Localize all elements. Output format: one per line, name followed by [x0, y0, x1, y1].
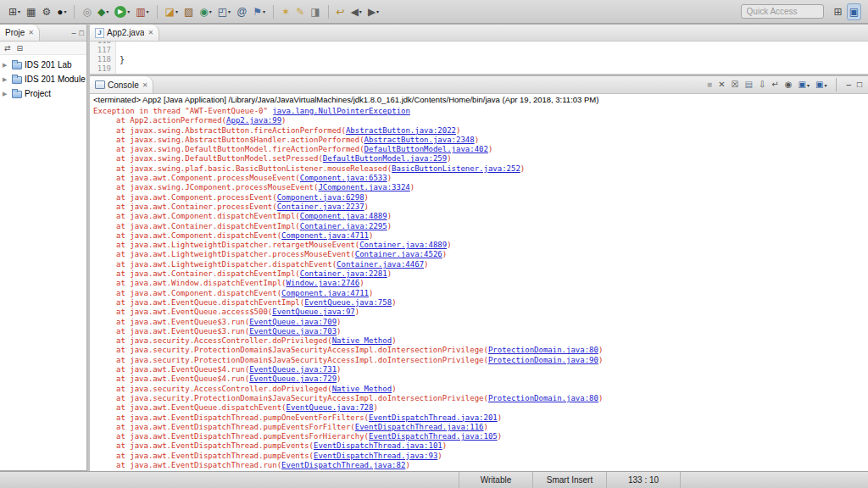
run-icon[interactable]: ▶▾	[113, 3, 131, 20]
stack-frame-link[interactable]: Component.java:4889	[300, 212, 387, 220]
stack-frame-link[interactable]: Component.java:6533	[300, 174, 387, 182]
stack-frame-link[interactable]: DefaultButtonModel.java:402	[364, 145, 488, 153]
stack-frame-link[interactable]: EventQueue.java:97	[272, 308, 355, 316]
last-edit-location-icon[interactable]: ↩	[335, 3, 347, 20]
back-icon[interactable]: ◀▾	[349, 3, 364, 20]
code-text[interactable]: }	[115, 55, 125, 64]
close-icon[interactable]: ✕	[28, 29, 34, 36]
stack-frame-link[interactable]: EventQueue.java:728	[286, 403, 373, 412]
code-text[interactable]	[115, 46, 120, 55]
search-icon[interactable]: ✶	[280, 3, 292, 20]
new-wizard-icon[interactable]: ⊞▾	[7, 3, 22, 20]
open-perspective-icon[interactable]: ⊞	[832, 3, 844, 20]
dropdown-arrow-icon[interactable]: ▾	[376, 8, 379, 14]
stack-frame-link[interactable]: ProtectionDomain.java:90	[488, 356, 598, 364]
stack-frame-link[interactable]: EventDispatchThread.java:116	[355, 423, 484, 431]
annotations-icon[interactable]: ◨	[309, 3, 321, 20]
new-package-icon[interactable]: ▨	[182, 3, 195, 20]
clear-console-icon[interactable]: ▤	[744, 80, 752, 89]
dropdown-arrow-icon[interactable]: ▾	[824, 82, 826, 88]
tree-item[interactable]: ▶Project	[0, 86, 86, 101]
stack-frame-link[interactable]: EventQueue.java:703	[249, 327, 337, 336]
stack-frame-link[interactable]: AbstractButton.java:2022	[346, 126, 456, 135]
collapse-all-icon[interactable]: ⊟	[17, 44, 24, 53]
stack-frame-link[interactable]: Container.java:4526	[355, 250, 442, 258]
expand-arrow-icon[interactable]: ▶	[3, 91, 9, 97]
stack-frame-link[interactable]: Component.java:6298	[277, 193, 364, 202]
remove-all-terminated-icon[interactable]: ☒	[732, 80, 739, 89]
stack-frame-link[interactable]: Container.java:2295	[300, 222, 387, 230]
stack-frame-link[interactable]: Container.java:4889	[359, 241, 447, 249]
close-icon[interactable]: ✕	[147, 29, 153, 36]
pin-console-icon[interactable]: ◉	[785, 80, 793, 89]
save-icon[interactable]: ▦	[25, 3, 37, 20]
profile-icon[interactable]: ●▾	[55, 3, 68, 20]
dropdown-arrow-icon[interactable]: ▾	[209, 8, 212, 14]
stack-frame-link[interactable]: EventDispatchThread.java:105	[369, 432, 498, 441]
forward-icon[interactable]: ▶▾	[366, 3, 381, 20]
dropdown-arrow-icon[interactable]: ▾	[64, 8, 66, 14]
stack-frame-link[interactable]: AbstractButton.java:2348	[364, 136, 475, 144]
stack-frame-link[interactable]: ProtectionDomain.java:80	[488, 346, 598, 354]
minimize-icon[interactable]: –	[72, 29, 76, 37]
stack-frame-link[interactable]: App2.java:99	[226, 116, 281, 125]
stack-frame-link[interactable]: Container.java:2281	[300, 269, 387, 278]
new-class-icon[interactable]: ◉▾	[198, 3, 214, 20]
link-with-editor-icon[interactable]: ⇄	[4, 44, 11, 53]
scroll-lock-icon[interactable]: ⇩	[759, 80, 765, 89]
mark-occurrences-icon[interactable]: ✎	[294, 3, 306, 20]
stack-frame-link[interactable]: EventDispatchThread.java:82	[281, 461, 405, 469]
stack-frame-link[interactable]: DefaultButtonModel.java:259	[323, 154, 447, 163]
stack-frame-link[interactable]: Window.java:2746	[286, 279, 359, 287]
tree-item[interactable]: ▶IDS 201 Module A	[0, 72, 86, 86]
remove-launch-icon[interactable]: ✕	[718, 80, 725, 89]
stack-frame-link[interactable]: EventQueue.java:709	[249, 318, 337, 326]
new-task-icon[interactable]: ⚑▾	[251, 3, 267, 20]
maximize-icon[interactable]: □	[80, 29, 84, 37]
dropdown-arrow-icon[interactable]: ▾	[106, 8, 108, 14]
new-java-project-icon[interactable]: ◪▾	[164, 3, 180, 20]
java-perspective-icon[interactable]: ▣	[847, 3, 861, 20]
stack-frame-link[interactable]: EventQueue.java:758	[304, 298, 392, 307]
expand-arrow-icon[interactable]: ▶	[3, 62, 9, 69]
dropdown-arrow-icon[interactable]: ▾	[127, 8, 130, 14]
expand-arrow-icon[interactable]: ▶	[3, 76, 9, 83]
javadoc-icon[interactable]: @	[235, 3, 248, 20]
close-icon[interactable]: ✕	[142, 81, 148, 89]
maximize-icon[interactable]: □	[857, 80, 862, 89]
dropdown-arrow-icon[interactable]: ▾	[228, 8, 231, 14]
terminate-icon[interactable]: ■	[707, 80, 712, 89]
stack-frame-link[interactable]: EventQueue.java:729	[249, 374, 337, 383]
display-selected-console-icon[interactable]: ▣▾	[798, 80, 809, 89]
stack-frame-link[interactable]: Native Method	[332, 385, 392, 393]
stack-frame-link[interactable]: JComponent.java:3324	[318, 183, 409, 191]
console-output[interactable]: Exception in thread "AWT-EventQueue-0" j…	[90, 106, 868, 471]
stack-frame-link[interactable]: ProtectionDomain.java:80	[488, 394, 598, 402]
word-wrap-icon[interactable]: ↵	[771, 80, 778, 89]
skip-all-breakpoints-icon[interactable]: ◎	[81, 3, 92, 20]
stack-frame-link[interactable]: Native Method	[332, 336, 392, 345]
stack-frame-link[interactable]: Container.java:2237	[277, 202, 364, 211]
stack-frame-link[interactable]: EventDispatchThread.java:201	[369, 413, 498, 422]
open-console-icon[interactable]: ▣▾	[815, 80, 826, 89]
settings-icon[interactable]: ⚙	[40, 3, 53, 20]
quick-access-input[interactable]	[741, 4, 824, 19]
tab-project-explorer[interactable]: Proje✕	[0, 25, 40, 41]
tab-app2-java[interactable]: JApp2.java✕	[90, 25, 159, 41]
tree-item[interactable]: ▶IDS 201 Lab	[0, 58, 86, 72]
stack-frame-link[interactable]: Container.java:4467	[337, 260, 424, 269]
dropdown-arrow-icon[interactable]: ▾	[18, 8, 20, 14]
dropdown-arrow-icon[interactable]: ▾	[175, 8, 178, 14]
exception-link[interactable]: java.lang.NullPointerException	[272, 107, 410, 115]
minimize-icon[interactable]: –	[846, 80, 851, 89]
coverage-icon[interactable]: ▥▾	[134, 3, 150, 20]
stack-frame-link[interactable]: Component.java:4711	[281, 231, 369, 240]
stack-frame-link[interactable]: Component.java:4711	[281, 289, 369, 297]
dropdown-arrow-icon[interactable]: ▾	[359, 8, 362, 14]
stack-frame-link[interactable]: EventDispatchThread.java:101	[314, 441, 442, 450]
debug-icon[interactable]: ◆▾	[96, 3, 110, 20]
tab-console[interactable]: Console✕	[90, 76, 153, 93]
dropdown-arrow-icon[interactable]: ▾	[263, 8, 265, 14]
dropdown-arrow-icon[interactable]: ▾	[807, 82, 810, 88]
code-text[interactable]	[115, 64, 120, 74]
